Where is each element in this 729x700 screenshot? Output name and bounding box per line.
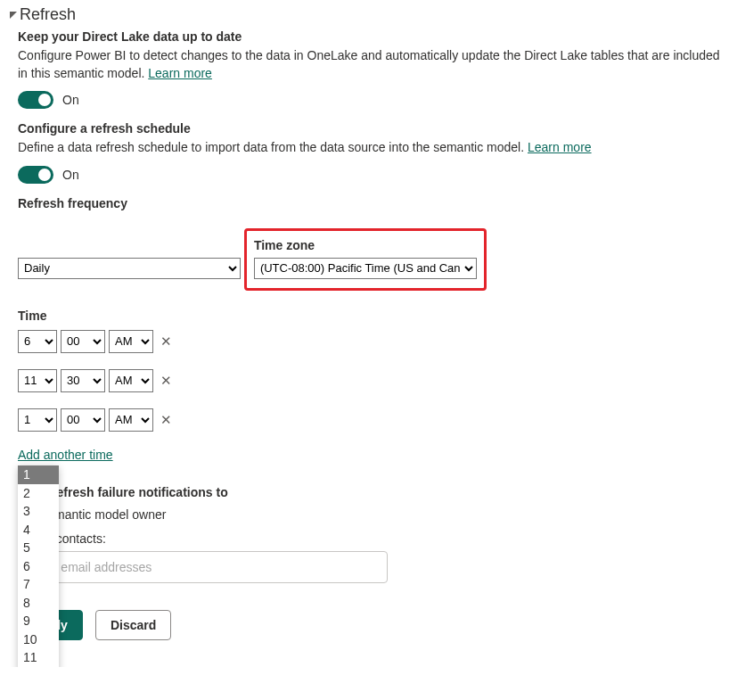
time-ampm-select-3[interactable]: AM xyxy=(109,408,153,432)
remove-time-1[interactable]: ✕ xyxy=(160,334,172,350)
hour-option[interactable]: 10 xyxy=(18,630,59,649)
contacts-label: These contacts: xyxy=(18,531,720,546)
hour-option[interactable]: 3 xyxy=(18,502,59,521)
collapse-icon xyxy=(9,11,18,20)
direct-lake-toggle-label: On xyxy=(62,93,79,107)
hour-option[interactable]: 11 xyxy=(18,648,59,667)
time-row-1: 6 00 AM ✕ xyxy=(18,330,720,353)
section-header[interactable]: Refresh xyxy=(9,5,720,24)
schedule-description: Define a data refresh schedule to import… xyxy=(18,139,720,157)
schedule-learn-more-link[interactable]: Learn more xyxy=(528,140,592,154)
schedule-desc-text: Define a data refresh schedule to import… xyxy=(18,140,528,154)
time-row-2: 11 30 AM ✕ xyxy=(18,369,720,392)
frequency-select[interactable]: Daily xyxy=(18,258,241,279)
notifications-heading: Send refresh failure notifications to xyxy=(18,485,720,499)
hour-option[interactable]: 2 xyxy=(18,484,59,503)
frequency-label: Refresh frequency xyxy=(18,196,720,210)
schedule-toggle[interactable] xyxy=(18,166,53,184)
hour-option[interactable]: 6 xyxy=(18,557,59,576)
direct-lake-desc-text: Configure Power BI to detect changes to … xyxy=(18,48,720,80)
hour-option[interactable]: 8 xyxy=(18,594,59,613)
time-minute-select-2[interactable]: 30 xyxy=(61,369,105,392)
discard-button[interactable]: Discard xyxy=(95,610,171,640)
remove-time-2[interactable]: ✕ xyxy=(160,373,172,389)
svg-marker-0 xyxy=(10,12,17,19)
add-time-link[interactable]: Add another time xyxy=(18,448,113,462)
timezone-label: Time zone xyxy=(254,238,477,252)
hour-option[interactable]: 1 xyxy=(18,465,59,484)
hour-option[interactable]: 9 xyxy=(18,612,59,630)
time-minute-select-1[interactable]: 00 xyxy=(61,330,105,353)
time-hour-select-2[interactable]: 11 xyxy=(18,369,57,392)
direct-lake-heading: Keep your Direct Lake data up to date xyxy=(18,29,720,44)
time-label: Time xyxy=(18,309,720,323)
hour-option[interactable]: 7 xyxy=(18,575,59,594)
time-hour-select-1[interactable]: 6 xyxy=(18,330,57,353)
hour-option[interactable]: 4 xyxy=(18,521,59,539)
time-ampm-select-1[interactable]: AM xyxy=(109,330,153,353)
timezone-highlight-box: Time zone (UTC-08:00) Pacific Time (US a… xyxy=(244,228,487,291)
time-ampm-select-2[interactable]: AM xyxy=(109,369,153,392)
remove-time-3[interactable]: ✕ xyxy=(160,412,172,428)
direct-lake-toggle[interactable] xyxy=(18,91,53,109)
time-hour-select-3[interactable]: 1 xyxy=(18,408,57,432)
schedule-toggle-label: On xyxy=(62,168,79,182)
section-title: Refresh xyxy=(20,5,76,24)
hour-option[interactable]: 5 xyxy=(18,539,59,557)
hour-dropdown[interactable]: 123456789101112 xyxy=(18,465,59,667)
timezone-select[interactable]: (UTC-08:00) Pacific Time (US and Canada) xyxy=(254,258,477,279)
time-row-3: 1 00 AM ✕ xyxy=(18,408,720,432)
schedule-heading: Configure a refresh schedule xyxy=(18,121,720,136)
time-minute-select-3[interactable]: 00 xyxy=(61,408,105,432)
direct-lake-description: Configure Power BI to detect changes to … xyxy=(18,47,720,82)
direct-lake-learn-more-link[interactable]: Learn more xyxy=(148,66,212,80)
contacts-email-input[interactable] xyxy=(18,551,388,583)
